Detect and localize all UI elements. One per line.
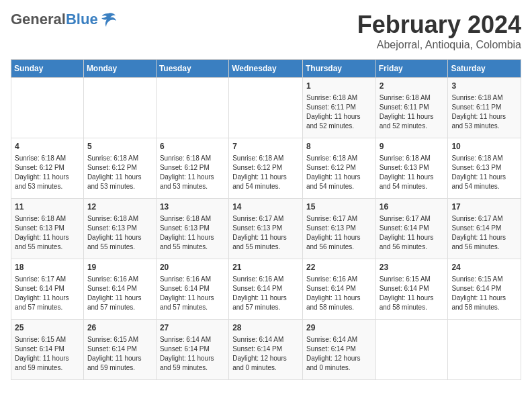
cell-info: Daylight: 11 hours <box>380 173 445 182</box>
cell-info: and 54 minutes. <box>306 182 372 191</box>
cell-info: and 56 minutes. <box>380 242 445 252</box>
cell-info: and 59 minutes. <box>15 363 80 373</box>
day-number: 6 <box>160 141 225 152</box>
cell-info: Sunrise: 6:14 AM <box>232 335 299 345</box>
calendar-cell <box>448 320 521 380</box>
calendar-cell: 15Sunrise: 6:17 AMSunset: 6:13 PMDayligh… <box>302 199 375 259</box>
day-number: 9 <box>380 141 445 152</box>
cell-info: Sunrise: 6:18 AM <box>380 93 445 103</box>
cell-info: and 55 minutes. <box>87 242 152 252</box>
cell-info: Daylight: 11 hours <box>232 233 299 242</box>
cell-info: Sunrise: 6:18 AM <box>380 154 445 163</box>
cell-info: Sunrise: 6:16 AM <box>87 275 152 284</box>
calendar-cell: 5Sunrise: 6:18 AMSunset: 6:12 PMDaylight… <box>83 138 156 199</box>
day-header-tuesday: Tuesday <box>156 60 228 78</box>
day-number: 29 <box>306 322 372 334</box>
cell-info: Sunrise: 6:18 AM <box>451 154 517 163</box>
cell-info: Sunset: 6:12 PM <box>306 163 372 173</box>
cell-info: Sunset: 6:14 PM <box>306 345 372 354</box>
calendar-cell: 26Sunrise: 6:15 AMSunset: 6:14 PMDayligh… <box>83 320 156 380</box>
day-header-friday: Friday <box>375 60 448 78</box>
cell-info: Daylight: 11 hours <box>87 233 152 242</box>
cell-info: Sunset: 6:12 PM <box>232 163 299 173</box>
calendar-cell: 7Sunrise: 6:18 AMSunset: 6:12 PMDaylight… <box>229 138 303 199</box>
cell-info: and 53 minutes. <box>451 122 517 131</box>
cell-info: and 57 minutes. <box>15 303 80 312</box>
day-number: 21 <box>232 262 299 273</box>
title-section: February 2024 Abejorral, Antioquia, Colo… <box>357 11 521 51</box>
calendar-cell: 20Sunrise: 6:16 AMSunset: 6:14 PMDayligh… <box>156 259 228 320</box>
cell-info: and 55 minutes. <box>160 242 225 252</box>
calendar-cell <box>375 320 448 380</box>
logo-blue-text: Blue <box>66 11 98 28</box>
cell-info: Sunrise: 6:18 AM <box>306 93 372 103</box>
calendar-cell: 14Sunrise: 6:17 AMSunset: 6:13 PMDayligh… <box>229 199 303 259</box>
cell-info: Daylight: 11 hours <box>87 293 152 303</box>
cell-info: Sunrise: 6:18 AM <box>15 214 80 224</box>
cell-info: and 54 minutes. <box>380 182 445 191</box>
calendar-cell: 25Sunrise: 6:15 AMSunset: 6:14 PMDayligh… <box>11 320 84 380</box>
day-number: 27 <box>160 322 225 334</box>
calendar-cell: 28Sunrise: 6:14 AMSunset: 6:14 PMDayligh… <box>229 320 303 380</box>
calendar-week-row: 1Sunrise: 6:18 AMSunset: 6:11 PMDaylight… <box>11 78 521 138</box>
calendar-header-row: SundayMondayTuesdayWednesdayThursdayFrid… <box>11 60 521 78</box>
cell-info: and 0 minutes. <box>306 363 372 373</box>
cell-info: Sunset: 6:14 PM <box>87 345 152 354</box>
month-title: February 2024 <box>357 11 521 39</box>
calendar-cell: 24Sunrise: 6:15 AMSunset: 6:14 PMDayligh… <box>448 259 521 320</box>
cell-info: Sunset: 6:14 PM <box>232 345 299 354</box>
cell-info: Daylight: 11 hours <box>451 293 517 303</box>
cell-info: and 56 minutes. <box>451 242 517 252</box>
day-number: 3 <box>451 81 517 92</box>
calendar-week-row: 11Sunrise: 6:18 AMSunset: 6:13 PMDayligh… <box>11 199 521 259</box>
cell-info: Sunset: 6:12 PM <box>160 163 225 173</box>
day-number: 8 <box>306 141 372 152</box>
day-number: 16 <box>380 201 445 213</box>
location-title: Abejorral, Antioquia, Colombia <box>357 39 521 51</box>
calendar-table: SundayMondayTuesdayWednesdayThursdayFrid… <box>11 59 521 380</box>
calendar-cell: 6Sunrise: 6:18 AMSunset: 6:12 PMDaylight… <box>156 138 228 199</box>
cell-info: and 55 minutes. <box>232 242 299 252</box>
logo-bird-icon <box>99 12 117 27</box>
calendar-cell <box>11 78 84 138</box>
day-number: 24 <box>451 262 517 273</box>
cell-info: Daylight: 11 hours <box>87 354 152 363</box>
day-number: 18 <box>15 262 80 273</box>
cell-info: Daylight: 11 hours <box>15 293 80 303</box>
day-number: 4 <box>15 141 80 152</box>
day-number: 7 <box>232 141 299 152</box>
cell-info: Sunset: 6:13 PM <box>306 224 372 233</box>
cell-info: Sunrise: 6:16 AM <box>160 275 225 284</box>
cell-info: Sunrise: 6:14 AM <box>160 335 225 345</box>
cell-info: Sunset: 6:14 PM <box>232 284 299 293</box>
day-number: 13 <box>160 201 225 213</box>
calendar-cell: 4Sunrise: 6:18 AMSunset: 6:12 PMDaylight… <box>11 138 84 199</box>
calendar-cell: 1Sunrise: 6:18 AMSunset: 6:11 PMDaylight… <box>302 78 375 138</box>
cell-info: Daylight: 11 hours <box>380 233 445 242</box>
cell-info: Daylight: 12 hours <box>306 354 372 363</box>
cell-info: and 58 minutes. <box>380 303 445 312</box>
day-header-wednesday: Wednesday <box>229 60 303 78</box>
cell-info: Sunset: 6:12 PM <box>87 163 152 173</box>
cell-info: Sunset: 6:14 PM <box>160 345 225 354</box>
cell-info: and 54 minutes. <box>232 182 299 191</box>
cell-info: and 52 minutes. <box>306 122 372 131</box>
cell-info: Sunset: 6:11 PM <box>306 103 372 112</box>
cell-info: and 59 minutes. <box>87 363 152 373</box>
header: General Blue February 2024 Abejorral, An… <box>11 11 521 51</box>
cell-info: and 58 minutes. <box>306 303 372 312</box>
cell-info: and 53 minutes. <box>160 182 225 191</box>
calendar-cell: 13Sunrise: 6:18 AMSunset: 6:13 PMDayligh… <box>156 199 228 259</box>
cell-info: Daylight: 11 hours <box>87 173 152 182</box>
cell-info: Sunset: 6:11 PM <box>451 103 517 112</box>
calendar-cell: 11Sunrise: 6:18 AMSunset: 6:13 PMDayligh… <box>11 199 84 259</box>
cell-info: Sunset: 6:11 PM <box>380 103 445 112</box>
cell-info: Sunset: 6:14 PM <box>380 284 445 293</box>
cell-info: Sunset: 6:13 PM <box>451 163 517 173</box>
calendar-week-row: 18Sunrise: 6:17 AMSunset: 6:14 PMDayligh… <box>11 259 521 320</box>
day-number: 1 <box>306 81 372 92</box>
day-number: 12 <box>87 201 152 213</box>
day-number: 23 <box>380 262 445 273</box>
cell-info: Sunset: 6:14 PM <box>306 284 372 293</box>
cell-info: Sunset: 6:13 PM <box>232 224 299 233</box>
